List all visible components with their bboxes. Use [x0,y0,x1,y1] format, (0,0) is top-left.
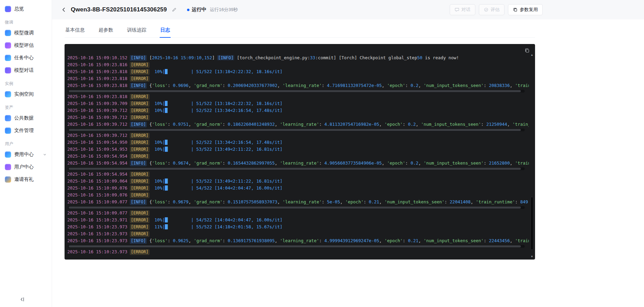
log-level-badge: [ERROR] [130,217,150,223]
sidebar-item-public-data[interactable]: 公共数据 [0,112,52,124]
status-duration: 运行16分39秒 [210,7,238,13]
log-line: 2025-10-16 15:09:54.954[ERROR] [67,171,529,178]
content-card: 基本信息超参数训练追踪日志 2025-10-16 15:09:10.152[IN… [52,19,644,307]
log-line: 2025-10-16 15:10:23.973[ERROR] [67,248,529,255]
sidebar-item-model-finetune[interactable]: 模型微调 [0,27,52,39]
app-window: 总览微调模型微调模型评估任务中心模型对话实例实例空间资产公共数据文件管理用户费用… [0,0,644,307]
log-timestamp: 2025-10-16 15:09:23.818 [67,75,127,82]
horizontal-scrollbar-thumb[interactable] [69,129,521,131]
log-line: 2025-10-16 15:09:39.712[ERROR] 10%|█ | 5… [67,107,529,114]
vertical-scrollbar[interactable]: ▲ ▼ [530,54,534,258]
log-line: 2025-10-16 15:09:39.709[ERROR] 10%|█ | 5… [67,100,529,107]
log-console: 2025-10-16 15:09:10.152[INFO][2025-10-16… [65,44,535,260]
log-message: 10%|█▏ | 54/522 [14:04<2:04:47, 16.00s/i… [152,185,529,192]
log-timestamp: 2025-10-16 15:09:23.816 [67,61,127,68]
log-line: 2025-10-16 15:09:39.712[INFO]{'loss': 0.… [67,121,529,128]
evaluate-button[interactable]: 评估 [479,4,505,15]
log-line: 2025-10-16 15:09:23.816[ERROR] [67,61,529,68]
scrollbar-thumb[interactable] [531,197,533,250]
collapse-sidebar-icon[interactable] [19,297,25,302]
sidebar-item-label: 邀请有礼 [14,176,34,183]
scroll-down-arrow[interactable]: ▼ [531,255,533,258]
log-timestamp: 2025-10-16 15:10:09.064 [67,178,127,185]
horizontal-scrollbar-thumb[interactable] [69,245,521,247]
log-line: 2025-10-16 15:09:23.818[ERROR] 10%|█ | 5… [67,68,529,75]
tab-basic-info[interactable]: 基本信息 [65,26,85,37]
edit-title-icon[interactable] [172,7,177,12]
sidebar-group-label: 资产 [0,100,52,112]
log-level-badge: [ERROR] [130,108,150,114]
log-level-badge: [INFO] [130,238,147,244]
sidebar-item-instance-space[interactable]: 实例空间 [0,88,52,100]
log-line: 2025-10-16 15:10:09.064[ERROR] 10%|█▏ | … [67,178,529,185]
log-timestamp: 2025-10-16 15:09:23.818 [67,82,127,89]
log-line: 2025-10-16 15:10:23.973[ERROR] [67,230,529,237]
horizontal-scrollbar-thumb[interactable] [69,90,521,92]
tab-train-trace[interactable]: 训练追踪 [126,26,147,37]
sidebar-nav: 总览微调模型微调模型评估任务中心模型对话实例实例空间资产公共数据文件管理用户费用… [0,3,52,186]
tab-hyperparams[interactable]: 超参数 [98,26,114,37]
horizontal-scrollbar-thumb[interactable] [69,207,521,209]
log-message: {'loss': 0.9679, 'grad_norm': 0.15107575… [149,199,529,205]
sidebar-item-overview[interactable]: 总览 [0,3,52,15]
user-center-icon [5,164,11,170]
progress-text: 10%|█ | 52/522 [13:34<2:16:54, 17.48s/it… [152,108,282,113]
scroll-up-arrow[interactable]: ▲ [531,54,533,56]
log-timestamp: 2025-10-16 15:09:23.818 [67,68,127,75]
progress-text: 10%|█ | 51/522 [13:18<2:22:32, 18.16s/it… [152,69,282,74]
log-message: 10%|█▏ | 53/522 [13:49<2:11:22, 16.81s/i… [152,178,529,185]
log-timestamp: 2025-10-16 15:09:54.954 [67,160,127,167]
page-header: Qwen3-8B-FS20251016145306259 运行中 运行16分39… [52,0,543,19]
sidebar-item-label: 文件管理 [14,128,34,134]
log-level-badge: [ERROR] [130,210,150,216]
overview-icon [5,6,11,12]
sidebar-item-file-manage[interactable]: 文件管理 [0,124,52,137]
sidebar-item-invite[interactable]: 邀请有礼 [0,173,52,186]
evaluate-icon [484,7,489,12]
sidebar-item-task-center[interactable]: 任务中心 [0,52,52,64]
instance-space-icon [5,91,11,97]
log-message: 10%|█ | 52/522 [13:34<2:16:54, 17.48s/it… [152,107,529,114]
log-timestamp: 2025-10-16 15:09:39.712 [67,132,127,139]
log-message [152,75,529,82]
log-message: {'loss': 0.9625, 'grad_norm': 0.13691757… [149,237,529,244]
invite-icon [5,176,11,183]
log-timestamp: 2025-10-16 15:10:09.077 [67,210,127,217]
log-timestamp: 2025-10-16 15:10:09.076 [67,192,127,199]
chat-button[interactable]: 对话 [450,4,475,15]
button-label: 参数复用 [520,7,538,13]
log-level-badge: [ERROR] [130,249,150,255]
horizontal-scrollbar[interactable] [68,245,525,248]
copy-logs-button[interactable] [524,47,531,54]
log-message [152,132,529,139]
sidebar-item-label: 模型微调 [14,30,34,36]
sidebar-item-model-chat[interactable]: 模型对话 [0,64,52,77]
log-lines[interactable]: 2025-10-16 15:09:10.152[INFO][2025-10-16… [67,54,529,255]
tab-logs[interactable]: 日志 [160,26,171,37]
progress-text: 10%|█▏ | 53/522 [13:49<2:11:22, 16.81s/i… [152,147,282,152]
log-message: {'loss': 0.9674, 'grad_norm': 0.16544328… [149,160,529,167]
sidebar-item-billing-center[interactable]: 费用中心 [0,148,52,161]
chat-icon [455,7,459,12]
task-center-icon [5,55,11,61]
horizontal-scrollbar[interactable] [68,206,525,209]
log-message [152,192,529,199]
param-reuse-button[interactable]: 参数复用 [508,4,543,15]
status-dot [187,9,189,11]
sidebar-item-user-center[interactable]: 用户中心 [0,161,52,173]
horizontal-scrollbar[interactable] [68,90,525,93]
horizontal-scrollbar-thumb[interactable] [69,168,521,170]
sidebar-item-label: 费用中心 [14,151,34,158]
progress-text: 10%|█▏ | 54/522 [14:04<2:04:47, 16.00s/i… [152,217,282,222]
file-manage-icon [5,128,11,134]
log-timestamp: 2025-10-16 15:09:10.152 [67,54,127,61]
log-message: 10%|█▏ | 54/522 [14:04<2:04:47, 16.00s/i… [152,217,529,223]
log-line: 2025-10-16 15:09:54.954[INFO]{'loss': 0.… [67,160,529,167]
log-message [152,114,529,121]
log-timestamp: 2025-10-16 15:10:23.973 [67,223,127,230]
back-button[interactable] [60,6,68,14]
sidebar-item-model-eval[interactable]: 模型评估 [0,39,52,52]
horizontal-scrollbar[interactable] [68,129,525,131]
horizontal-scrollbar[interactable] [68,167,525,170]
log-level-badge: [ERROR] [130,231,150,237]
